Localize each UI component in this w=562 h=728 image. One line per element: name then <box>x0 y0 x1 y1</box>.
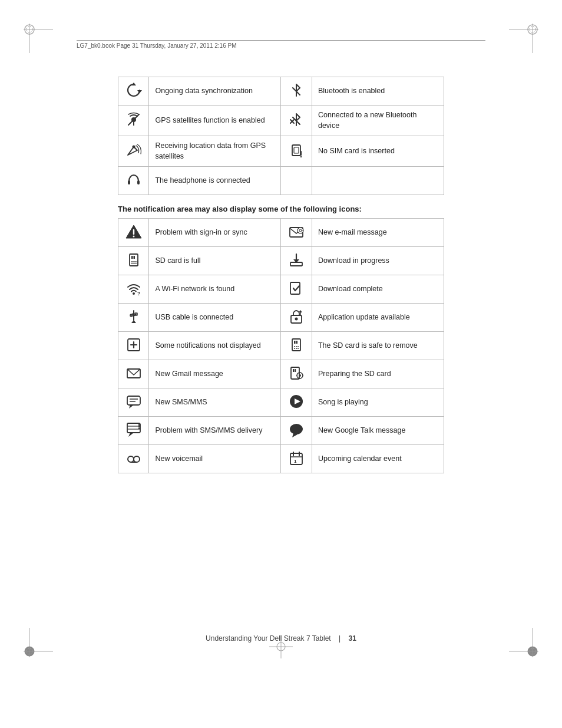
text-app-update: Application update available <box>312 304 444 332</box>
text-gps: GPS satellites function is enabled <box>149 106 281 136</box>
icon-sync <box>118 77 149 106</box>
table-row: Ongoing data synchronization Bluetooth i… <box>118 77 444 106</box>
svg-rect-86 <box>127 396 140 405</box>
icon-gmail <box>118 360 149 388</box>
svg-point-26 <box>132 146 135 149</box>
table-row: Problem with SMS/MMS delivery New Google… <box>118 417 444 445</box>
svg-marker-20 <box>137 90 142 93</box>
notification-icons-table: Problem with sign-in or sync New e-mail … <box>118 218 444 473</box>
svg-point-101 <box>134 456 140 462</box>
text-song-playing: Song is playing <box>312 388 444 417</box>
table-row: The headphone is connected <box>118 167 444 195</box>
icon-no-sim <box>281 136 312 167</box>
svg-point-74 <box>296 348 297 349</box>
icon-gps <box>118 106 149 136</box>
svg-point-30 <box>300 156 302 157</box>
svg-point-72 <box>297 346 299 347</box>
text-notifications-more: Some notifications not displayed <box>149 332 281 360</box>
table-row: ? A Wi-Fi network is found Download comp… <box>118 275 444 304</box>
svg-point-35 <box>133 236 134 238</box>
icon-download-progress <box>281 247 312 275</box>
icon-gtalk <box>281 417 312 445</box>
icon-bluetooth <box>281 77 312 106</box>
table-row: Receiving location data from GPS satelli… <box>118 136 444 167</box>
text-download-complete: Download complete <box>312 275 444 304</box>
text-sd-prepare: Preparing the SD card <box>312 360 444 388</box>
text-empty <box>312 167 444 195</box>
svg-point-70 <box>294 346 295 347</box>
svg-rect-41 <box>131 256 133 259</box>
table-row: Some notifications not displayed <box>118 332 444 360</box>
table-row: USB cable is connected Application updat… <box>118 304 444 332</box>
text-sd-full: SD card is full <box>149 247 281 275</box>
text-no-sim: No SIM card is inserted <box>312 136 444 167</box>
text-warning: Problem with sign-in or sync <box>149 219 281 247</box>
table-row: New voicemail 1 Upcoming calendar event <box>118 445 444 473</box>
text-headphone: The headphone is connected <box>149 167 281 195</box>
icon-usb <box>118 304 149 332</box>
icon-play <box>281 388 312 417</box>
icon-app-update <box>281 304 312 332</box>
corner-mark-tl <box>24 24 53 53</box>
text-wifi: A Wi-Fi network is found <box>149 275 281 304</box>
svg-marker-63 <box>299 310 302 312</box>
text-sms-problem: Problem with SMS/MMS delivery <box>149 417 281 445</box>
text-sd-safe: The SD card is safe to remove <box>312 332 444 360</box>
page-footer: Understanding Your Dell Streak 7 Tablet … <box>0 634 562 643</box>
svg-rect-31 <box>128 180 130 185</box>
icon-sd-prepare <box>281 360 312 388</box>
section-header: The notification area may also display s… <box>118 205 444 213</box>
icon-voicemail <box>118 445 149 473</box>
icon-notifications-more <box>118 332 149 360</box>
icon-sms-problem <box>118 417 149 445</box>
svg-point-50 <box>133 292 135 295</box>
footer-separator: | <box>339 634 340 643</box>
svg-point-75 <box>297 348 299 349</box>
text-sync: Ongoing data synchronization <box>149 77 281 106</box>
footer-page: 31 <box>349 634 356 643</box>
text-bluetooth: Bluetooth is enabled <box>312 77 444 106</box>
text-bluetooth-connected: Connected to a new Bluetooth device <box>312 106 444 136</box>
text-calendar: Upcoming calendar event <box>312 445 444 473</box>
corner-mark-tr <box>509 24 538 53</box>
text-gmail: New Gmail message <box>149 360 281 388</box>
corner-mark-br <box>509 628 538 657</box>
svg-rect-79 <box>295 369 296 372</box>
svg-point-61 <box>295 318 298 321</box>
icon-sd-safe <box>281 332 312 360</box>
svg-point-100 <box>128 456 134 462</box>
svg-text:?: ? <box>137 291 141 297</box>
svg-rect-68 <box>294 341 296 344</box>
svg-point-98 <box>290 424 303 434</box>
svg-point-71 <box>296 346 297 347</box>
icon-warning <box>118 219 149 247</box>
icon-calendar: 1 <box>281 445 312 473</box>
icon-download-complete <box>281 275 312 304</box>
icon-gps-location <box>118 136 149 167</box>
text-gps-location: Receiving location data from GPS satelli… <box>149 136 281 167</box>
table-row: New Gmail message <box>118 360 444 388</box>
text-usb: USB cable is connected <box>149 304 281 332</box>
svg-rect-42 <box>133 256 135 259</box>
svg-rect-32 <box>137 180 140 185</box>
corner-mark-bl <box>24 628 53 657</box>
text-email: New e-mail message <box>312 219 444 247</box>
svg-text:1: 1 <box>294 459 297 464</box>
svg-rect-69 <box>296 341 298 344</box>
icon-bluetooth-connected <box>281 106 312 136</box>
icon-sms <box>118 388 149 417</box>
svg-rect-28 <box>294 147 299 153</box>
main-content: Ongoing data synchronization Bluetooth i… <box>118 77 444 483</box>
icon-empty <box>281 167 312 195</box>
icon-sd-full <box>118 247 149 275</box>
table-row: Problem with sign-in or sync New e-mail … <box>118 219 444 247</box>
svg-marker-55 <box>131 320 136 323</box>
text-voicemail: New voicemail <box>149 445 281 473</box>
text-download-progress: Download in progress <box>312 247 444 275</box>
svg-point-73 <box>294 348 295 349</box>
icon-wifi: ? <box>118 275 149 304</box>
icon-email <box>281 219 312 247</box>
svg-rect-27 <box>292 145 300 156</box>
table-row: GPS satellites function is enabled Conne… <box>118 106 444 136</box>
status-icons-table: Ongoing data synchronization Bluetooth i… <box>118 77 444 195</box>
